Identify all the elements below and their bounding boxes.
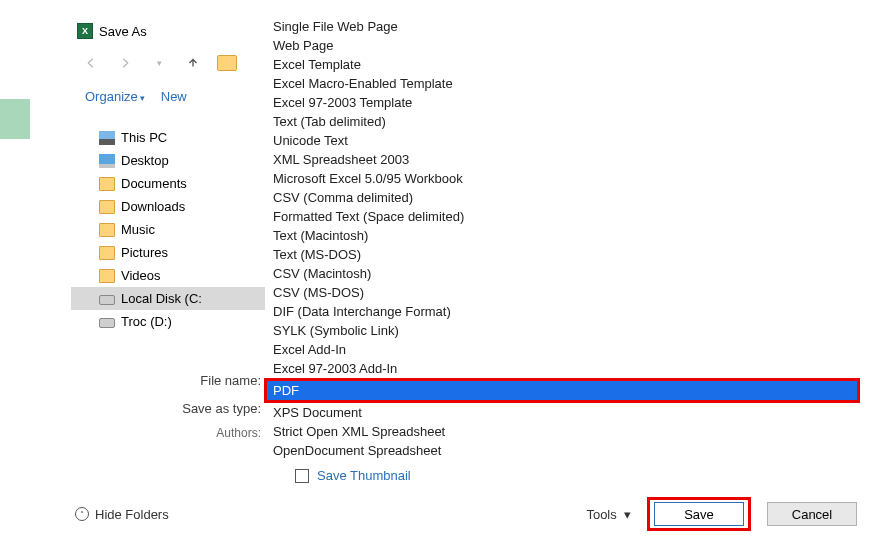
dropdown-item[interactable]: XPS Document [267, 403, 857, 422]
up-button[interactable] [183, 53, 203, 73]
tree-label: Troc (D:) [121, 314, 172, 329]
tree-documents[interactable]: Documents [71, 172, 265, 195]
tree-label: Videos [121, 268, 161, 283]
dropdown-item[interactable]: SYLK (Symbolic Link) [267, 321, 857, 340]
dropdown-item[interactable]: Unicode Text [267, 131, 857, 150]
tree-pictures[interactable]: Pictures [71, 241, 265, 264]
saveas-label: Save as type: [71, 401, 267, 416]
filename-label: File name: [71, 373, 267, 388]
dropdown-item[interactable]: OpenDocument Spreadsheet [267, 441, 857, 460]
drive-icon [99, 295, 115, 305]
dropdown-item[interactable]: CSV (Comma delimited) [267, 188, 857, 207]
footer: ˄ Hide Folders Tools ▾ Save Cancel [71, 498, 857, 530]
tools-label: Tools [586, 507, 616, 522]
tree-downloads[interactable]: Downloads [71, 195, 265, 218]
dropdown-item[interactable]: CSV (Macintosh) [267, 264, 857, 283]
tree-label: Documents [121, 176, 187, 191]
folder-tree: This PC Desktop Documents Downloads Musi… [71, 126, 265, 333]
save-thumbnail-checkbox[interactable] [295, 469, 309, 483]
tree-troc[interactable]: Troc (D:) [71, 310, 265, 333]
tree-label: Pictures [121, 245, 168, 260]
hide-folders-label: Hide Folders [95, 507, 169, 522]
save-highlight: Save [647, 497, 751, 531]
folder-icon [99, 200, 115, 214]
organize-label: Organize [85, 89, 138, 104]
dropdown-item-pdf[interactable]: PDF [267, 381, 857, 400]
authors-label: Authors: [71, 426, 267, 440]
dropdown-item[interactable]: Text (Tab delimited) [267, 112, 857, 131]
folder-icon [99, 223, 115, 237]
cancel-button[interactable]: Cancel [767, 502, 857, 526]
tree-label: Music [121, 222, 155, 237]
tree-desktop[interactable]: Desktop [71, 149, 265, 172]
save-button[interactable]: Save [654, 502, 744, 526]
chevron-up-icon: ˄ [75, 507, 89, 521]
dropdown-item[interactable]: DIF (Data Interchange Format) [267, 302, 857, 321]
dropdown-item[interactable]: CSV (MS-DOS) [267, 283, 857, 302]
dropdown-item[interactable]: Excel Template [267, 55, 857, 74]
pc-icon [99, 131, 115, 145]
back-button[interactable] [81, 53, 101, 73]
dropdown-item[interactable]: Text (MS-DOS) [267, 245, 857, 264]
save-thumbnail-label: Save Thumbnail [317, 468, 411, 483]
dropdown-item[interactable]: Excel 97-2003 Template [267, 93, 857, 112]
file-type-dropdown: Single File Web PageWeb PageExcel Templa… [267, 17, 857, 460]
folder-icon [217, 55, 237, 71]
dropdown-item[interactable]: Excel 97-2003 Add-In [267, 359, 857, 378]
forward-button[interactable] [115, 53, 135, 73]
dropdown-item[interactable]: Text (Macintosh) [267, 226, 857, 245]
tree-this-pc[interactable]: This PC [71, 126, 265, 149]
recent-dropdown[interactable]: ▾ [149, 53, 169, 73]
tree-label: This PC [121, 130, 167, 145]
drive-icon [99, 318, 115, 328]
dropdown-item[interactable]: Microsoft Excel 5.0/95 Workbook [267, 169, 857, 188]
dropdown-item[interactable]: Formatted Text (Space delimited) [267, 207, 857, 226]
hide-folders-toggle[interactable]: ˄ Hide Folders [75, 507, 169, 522]
folder-icon [99, 246, 115, 260]
side-accent [0, 99, 30, 139]
window-title: Save As [99, 24, 147, 39]
folder-icon [99, 177, 115, 191]
tree-label: Desktop [121, 153, 169, 168]
desktop-icon [99, 154, 115, 168]
organize-menu[interactable]: Organize▾ [85, 89, 145, 104]
folder-icon [99, 269, 115, 283]
dropdown-item[interactable]: XML Spreadsheet 2003 [267, 150, 857, 169]
tree-label: Local Disk (C: [121, 291, 202, 306]
tree-local-disk[interactable]: Local Disk (C: [71, 287, 265, 310]
dropdown-item[interactable]: Strict Open XML Spreadsheet [267, 422, 857, 441]
pdf-highlight: PDF [264, 378, 860, 403]
dropdown-item[interactable]: Web Page [267, 36, 857, 55]
tree-label: Downloads [121, 199, 185, 214]
tools-menu[interactable]: Tools ▾ [586, 507, 631, 522]
dropdown-item[interactable]: Single File Web Page [267, 17, 857, 36]
tree-videos[interactable]: Videos [71, 264, 265, 287]
dropdown-item[interactable]: Excel Add-In [267, 340, 857, 359]
excel-icon: X [77, 23, 93, 39]
new-menu[interactable]: New [161, 89, 187, 104]
save-as-dialog: X Save As ▾ Organize▾ New This PC Deskto… [71, 17, 869, 540]
dropdown-item[interactable]: Excel Macro-Enabled Template [267, 74, 857, 93]
tree-music[interactable]: Music [71, 218, 265, 241]
